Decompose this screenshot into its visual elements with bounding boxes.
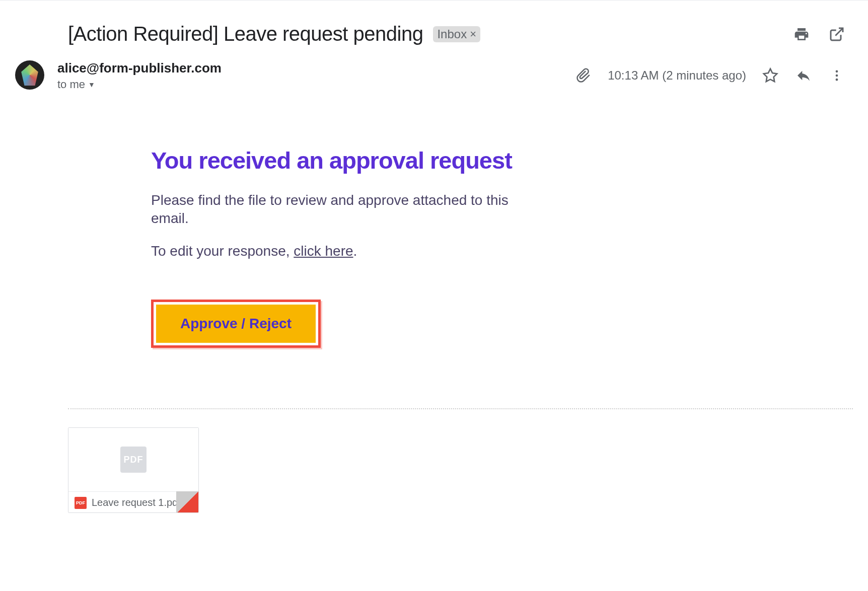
svg-marker-1 (764, 69, 777, 82)
pdf-thumb-icon: PDF (120, 447, 147, 473)
sender-email[interactable]: alice@form-publisher.com (57, 60, 222, 76)
attachment-name: Leave request 1.pdf (92, 497, 181, 508)
cta-highlight: Approve / Reject (151, 300, 321, 348)
email-body: You received an approval request Please … (15, 91, 544, 348)
body-line2-prefix: To edit your response, (151, 243, 294, 259)
svg-point-4 (836, 79, 838, 81)
open-in-new-icon[interactable] (828, 25, 846, 43)
recipient-text: to me (57, 78, 85, 91)
attachment-footer: PDF Leave request 1.pdf (68, 491, 198, 513)
avatar[interactable] (15, 60, 44, 90)
body-line2: To edit your response, click here. (151, 242, 544, 260)
chevron-down-icon: ▼ (88, 81, 95, 89)
close-icon[interactable]: × (470, 28, 476, 41)
timestamp: 10:13 AM (2 minutes ago) (608, 68, 746, 83)
body-line1: Please find the file to review and appro… (151, 191, 544, 228)
star-icon[interactable] (761, 66, 779, 85)
email-subject: [Action Required] Leave request pending (68, 23, 423, 45)
body-title: You received an approval request (151, 146, 544, 174)
label-chip-inbox[interactable]: Inbox × (433, 26, 480, 42)
label-chip-text: Inbox (437, 27, 467, 41)
pdf-badge-icon: PDF (75, 497, 87, 509)
sender-row: alice@form-publisher.com to me ▼ 10:13 A… (15, 60, 853, 91)
attachment-card[interactable]: PDF PDF Leave request 1.pdf (68, 427, 199, 513)
approve-reject-button[interactable]: Approve / Reject (155, 303, 317, 344)
more-icon[interactable] (828, 66, 846, 85)
attachment-preview: PDF (68, 428, 198, 491)
recipient-dropdown[interactable]: to me ▼ (57, 78, 222, 91)
edit-response-link[interactable]: click here (294, 243, 353, 259)
svg-line-0 (835, 28, 843, 36)
fold-corner-icon (176, 491, 198, 513)
attachments-area: PDF PDF Leave request 1.pdf (15, 409, 853, 513)
body-line2-suffix: . (353, 243, 357, 259)
print-icon[interactable] (792, 25, 811, 43)
attachment-icon[interactable] (574, 66, 593, 85)
subject-row: [Action Required] Leave request pending … (15, 3, 853, 60)
svg-point-2 (836, 70, 838, 73)
reply-icon[interactable] (794, 66, 813, 85)
svg-point-3 (836, 75, 838, 77)
